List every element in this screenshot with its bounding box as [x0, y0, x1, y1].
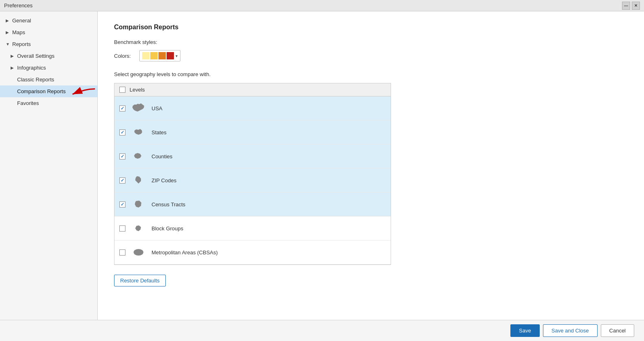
window-title: Preferences [4, 2, 33, 9]
geo-row-label-metro-areas: Metropolitan Areas (CBSAs) [152, 249, 218, 256]
expand-icon: ▶ [11, 66, 15, 70]
geo-row-states[interactable]: States [114, 120, 391, 144]
sidebar-item-label: General [12, 17, 31, 24]
counties-icon [131, 150, 146, 162]
color-swatch-box [150, 52, 158, 59]
sidebar-item-label: Maps [12, 29, 25, 35]
sidebar-item-infographics[interactable]: ▶Infographics [0, 62, 97, 74]
metro-icon [131, 246, 146, 258]
geo-checkbox-block-groups[interactable] [119, 225, 125, 232]
color-swatch-box [142, 52, 149, 59]
svg-point-1 [134, 249, 143, 256]
colors-dropdown[interactable]: ▾ [139, 50, 180, 61]
cancel-button[interactable]: Cancel [601, 324, 634, 337]
geo-row-census-tracts[interactable]: Census Tracts [114, 192, 391, 216]
expand-icon: ▼ [6, 42, 10, 46]
save-close-button[interactable]: Save and Close [543, 324, 598, 337]
geo-checkbox-zip-codes[interactable] [119, 177, 125, 184]
census-icon [131, 198, 146, 210]
benchmark-styles-label: Benchmark styles: [114, 39, 628, 45]
geo-checkbox-metro-areas[interactable] [119, 249, 125, 256]
sidebar-item-general[interactable]: ▶General [0, 15, 97, 26]
title-bar: Preferences — ✕ [0, 0, 644, 11]
geo-table-header: Levels [114, 83, 391, 96]
geo-checkbox-census-tracts[interactable] [119, 201, 125, 208]
sidebar-item-label: Infographics [17, 65, 46, 71]
sidebar-item-label: Favorites [17, 100, 39, 106]
expand-icon: ▶ [11, 54, 15, 58]
geo-levels-label: Select geography levels to compare with. [114, 71, 628, 77]
sidebar-item-label: Comparison Reports [17, 88, 66, 94]
benchmark-section: Benchmark styles: Colors: ▾ [114, 39, 628, 64]
geo-levels-list[interactable]: USAStatesCountiesZIP CodesCensus TractsB… [114, 96, 391, 264]
geo-checkbox-usa[interactable] [119, 105, 125, 111]
save-button[interactable]: Save [510, 324, 540, 337]
geo-row-zip-codes[interactable]: ZIP Codes [114, 168, 391, 192]
content-area: Comparison Reports Benchmark styles: Col… [98, 11, 644, 320]
minimize-button[interactable]: — [622, 2, 630, 10]
sidebar-item-overall-settings[interactable]: ▶Overall Settings [0, 50, 97, 62]
window-controls: — ✕ [622, 2, 640, 10]
colors-row: Colors: ▾ [114, 50, 628, 61]
geo-row-label-block-groups: Block Groups [152, 225, 183, 232]
restore-defaults-button[interactable]: Restore Defaults [114, 275, 166, 286]
geo-row-counties[interactable]: Counties [114, 144, 391, 168]
geo-row-label-census-tracts: Census Tracts [152, 201, 185, 208]
close-button[interactable]: ✕ [632, 2, 640, 10]
main-container: ▶General▶Maps▼Reports▶Overall Settings▶I… [0, 11, 644, 320]
states-icon [131, 126, 146, 138]
geo-row-label-usa: USA [152, 105, 163, 111]
sidebar-item-favorites[interactable]: Favorites [0, 97, 97, 109]
expand-icon: ▶ [6, 30, 10, 35]
geo-row-label-states: States [152, 129, 167, 136]
zip-icon [131, 174, 146, 186]
dropdown-arrow-icon: ▾ [176, 54, 178, 58]
geo-row-metro-areas[interactable]: Metropolitan Areas (CBSAs) [114, 240, 391, 264]
sidebar-item-classic-reports[interactable]: Classic Reports [0, 74, 97, 85]
expand-icon: ▶ [6, 18, 10, 23]
sidebar-item-reports[interactable]: ▼Reports [0, 38, 97, 50]
geo-checkbox-counties[interactable] [119, 153, 125, 160]
sidebar: ▶General▶Maps▼Reports▶Overall Settings▶I… [0, 11, 98, 320]
colors-label: Colors: [114, 53, 134, 59]
sidebar-item-label: Classic Reports [17, 77, 54, 83]
sidebar-item-label: Reports [12, 41, 31, 47]
levels-column-header: Levels [130, 87, 145, 93]
color-swatch [142, 52, 174, 59]
sidebar-item-label: Overall Settings [17, 53, 55, 59]
select-all-checkbox[interactable] [119, 87, 125, 93]
block-icon [131, 222, 146, 234]
geo-row-label-zip-codes: ZIP Codes [152, 177, 176, 184]
color-swatch-box [167, 52, 174, 59]
geo-row-label-counties: Counties [152, 153, 172, 160]
geo-row-usa[interactable]: USA [114, 96, 391, 120]
geo-checkbox-states[interactable] [119, 129, 125, 136]
sidebar-item-maps[interactable]: ▶Maps [0, 26, 97, 38]
geo-row-block-groups[interactable]: Block Groups [114, 216, 391, 240]
page-title: Comparison Reports [114, 24, 628, 31]
color-swatch-box [158, 52, 166, 59]
geography-table: Levels USAStatesCountiesZIP CodesCensus … [114, 83, 391, 265]
footer-bar: Save Save and Close Cancel [0, 320, 644, 341]
usa-icon [131, 102, 146, 114]
sidebar-item-comparison-reports[interactable]: Comparison Reports [0, 85, 97, 97]
